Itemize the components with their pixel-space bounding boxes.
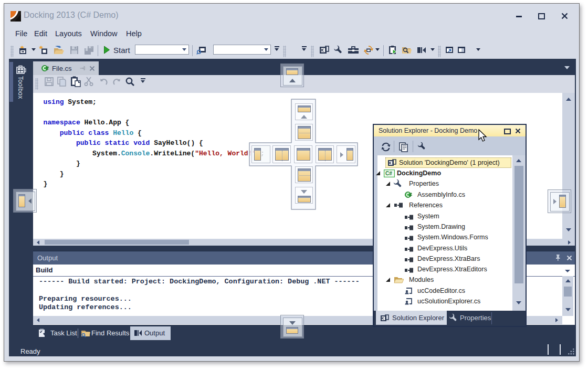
svg-text:C#: C# bbox=[385, 171, 392, 176]
